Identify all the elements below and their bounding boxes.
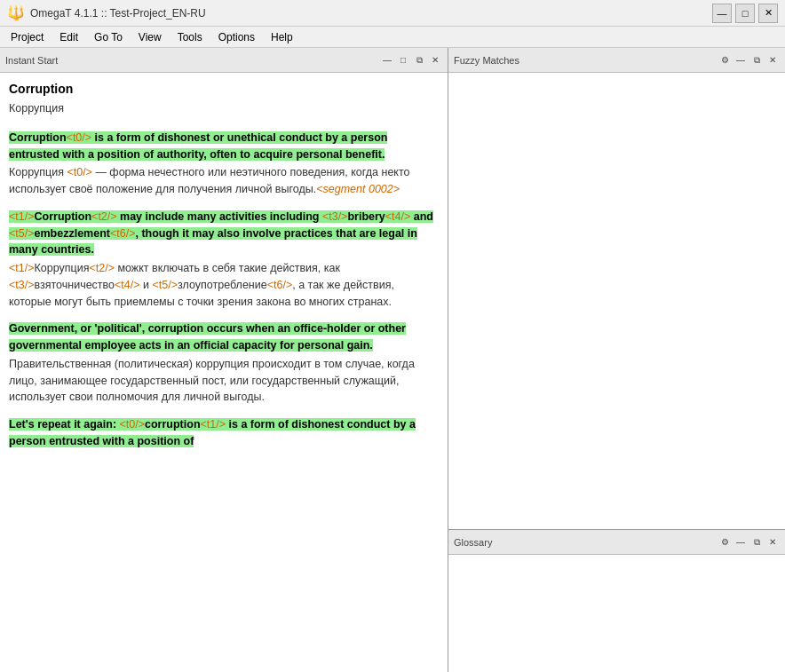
seg2-tag6: <t6/> [110,227,136,240]
title-bar-left: 🔱 OmegaT 4.1.1 :: Test-Project_EN-RU [7,4,206,21]
fuzzy-minimize-button[interactable]: — [733,53,748,67]
menu-options[interactable]: Options [211,29,262,45]
fuzzy-detach-button[interactable]: ⧉ [749,53,764,67]
seg1-marker: <segment 0002> [316,183,400,195]
seg2-tag2: <t2/> [91,210,117,223]
seg3-src-text: Government, or 'political', corruption o… [9,322,406,352]
fuzzy-matches-header: Fuzzy Matches ⚙ — ⧉ ✕ [448,48,785,73]
segment-3-source: Government, or 'political', corruption o… [9,320,439,354]
glossary-header: Glossary ⚙ — ⧉ ✕ [448,530,785,555]
fuzzy-settings-button[interactable]: ⚙ [718,53,732,67]
seg2-tag3: <t3/> [322,210,348,223]
segment-1: Corruption<t0/> is a form of dishonest o… [9,130,439,198]
seg2-tag5: <t5/> [9,227,35,240]
segment-4: Let's repeat it again: <t0/>corruption<t… [9,416,439,450]
segment-0: Corruption Коррупция [9,80,439,117]
glossary-content [448,555,785,672]
seg1-tag0: <t0/> [67,131,92,144]
minimize-panel-button[interactable]: — [380,53,394,67]
glossary-settings-button[interactable]: ⚙ [718,535,732,549]
fuzzy-matches-content [448,73,785,529]
glossary-detach-button[interactable]: ⧉ [749,535,764,549]
menu-bar: Project Edit Go To View Tools Options He… [0,27,785,48]
glossary-minimize-button[interactable]: — [733,535,748,549]
fuzzy-matches-panel: Fuzzy Matches ⚙ — ⧉ ✕ [448,48,785,530]
main-area: Instant Start — □ ⧉ ✕ Corruption Коррупц… [0,48,785,672]
seg2-src-text: <t1/>Corruption<t2/> may include many ac… [9,210,433,257]
segment-0-target: Коррупция [9,100,439,117]
menu-help[interactable]: Help [264,29,300,45]
fuzzy-close-button[interactable]: ✕ [765,53,780,67]
instant-start-buttons: — □ ⧉ ✕ [380,53,442,67]
segment-1-target: Коррупция <t0/> — форма нечестного или н… [9,164,439,198]
detach-panel-button[interactable]: ⧉ [412,53,426,67]
fuzzy-matches-label: Fuzzy Matches [454,55,519,66]
seg1-tgt-tag: <t0/> [67,166,92,178]
menu-edit[interactable]: Edit [52,29,85,45]
seg2-tag4: <t4/> [385,210,411,223]
seg4-tag2: <t1/> [201,418,226,431]
title-bar: 🔱 OmegaT 4.1.1 :: Test-Project_EN-RU — □… [0,0,785,27]
segment-2: <t1/>Corruption<t2/> may include many ac… [9,209,439,311]
glossary-label: Glossary [454,537,492,548]
seg4-tag1: <t0/> [120,418,146,431]
seg2-tag1: <t1/> [9,210,35,223]
glossary-buttons: ⚙ — ⧉ ✕ [718,535,780,549]
seg1-src-text: Corruption<t0/> is a form of dishonest o… [9,131,387,161]
glossary-panel: Glossary ⚙ — ⧉ ✕ [448,530,785,672]
close-panel-button[interactable]: ✕ [428,53,442,67]
segment-2-source: <t1/>Corruption<t2/> may include many ac… [9,209,439,258]
menu-project[interactable]: Project [4,29,51,45]
instant-start-label: Instant Start [5,55,58,66]
menu-goto[interactable]: Go To [87,29,130,45]
segment-2-target: <t1/>Коррупция<t2/> можкт включать в себ… [9,260,439,310]
menu-view[interactable]: View [131,29,169,45]
right-panel: Fuzzy Matches ⚙ — ⧉ ✕ Glossary ⚙ — ⧉ ✕ [448,48,785,672]
maximize-panel-button[interactable]: □ [396,53,410,67]
segment-3-target: Правительственная (политическая) коррупц… [9,356,439,406]
app-title: OmegaT 4.1.1 :: Test-Project_EN-RU [30,7,206,20]
glossary-close-button[interactable]: ✕ [765,535,780,549]
segment-1-source: Corruption<t0/> is a form of dishonest o… [9,130,439,163]
maximize-button[interactable]: □ [735,4,755,23]
minimize-button[interactable]: — [712,4,732,23]
segment-0-source: Corruption [9,80,439,99]
instant-start-header: Instant Start — □ ⧉ ✕ [0,48,448,73]
fuzzy-matches-buttons: ⚙ — ⧉ ✕ [718,53,780,67]
title-bar-buttons: — □ ✕ [712,4,778,23]
seg4-src-text: Let's repeat it again: <t0/>corruption<t… [9,418,416,447]
editor-content[interactable]: Corruption Коррупция Corruption<t0/> is … [0,73,448,672]
menu-tools[interactable]: Tools [170,29,210,45]
left-panel: Instant Start — □ ⧉ ✕ Corruption Коррупц… [0,48,448,672]
close-button[interactable]: ✕ [758,4,778,23]
app-icon: 🔱 [7,4,25,21]
segment-4-source: Let's repeat it again: <t0/>corruption<t… [9,416,439,450]
segment-3: Government, or 'political', corruption o… [9,320,439,406]
